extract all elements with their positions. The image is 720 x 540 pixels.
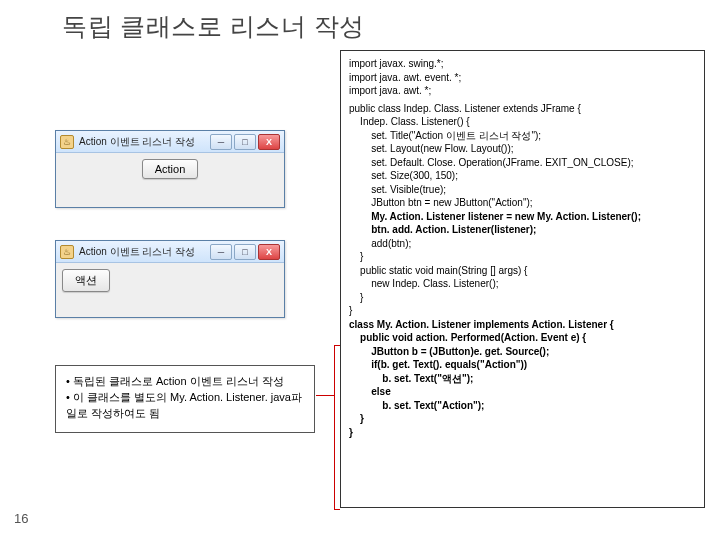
code-line: } <box>349 250 696 264</box>
code-line-highlight: class My. Action. Listener implements Ac… <box>349 318 696 332</box>
minimize-button[interactable]: ─ <box>210 134 232 150</box>
action-button[interactable]: Action <box>142 159 199 179</box>
callout-connector <box>316 395 334 396</box>
callout-brace <box>334 345 340 510</box>
code-line: Indep. Class. Listener() { <box>349 115 696 129</box>
close-button[interactable]: X <box>258 244 280 260</box>
window-body: Action <box>56 153 284 207</box>
desc-bullet: • 독립된 클래스로 Action 이벤트 리스너 작성 <box>66 374 304 390</box>
code-line: import java. awt. event. *; <box>349 71 696 85</box>
code-line-highlight: else <box>349 385 696 399</box>
code-line-highlight: if(b. get. Text(). equals("Action")) <box>349 358 696 372</box>
code-panel: import javax. swing.*; import java. awt.… <box>340 50 705 508</box>
code-line: public static void main(String [] args) … <box>349 264 696 278</box>
code-line: import javax. swing.*; <box>349 57 696 71</box>
code-line-highlight: } <box>349 426 696 440</box>
code-line: set. Size(300, 150); <box>349 169 696 183</box>
maximize-button[interactable]: □ <box>234 134 256 150</box>
window-body: 액션 <box>56 263 284 317</box>
code-line-highlight: b. set. Text("Action"); <box>349 399 696 413</box>
window-title: Action 이벤트 리스너 작성 <box>79 135 208 149</box>
window-titlebar: ♨ Action 이벤트 리스너 작성 ─ □ X <box>56 241 284 263</box>
code-line-highlight: } <box>349 412 696 426</box>
desc-bullet: • 이 클래스를 별도의 My. Action. Listener. java파 <box>66 390 304 406</box>
code-line: set. Visible(true); <box>349 183 696 197</box>
code-line: set. Layout(new Flow. Layout()); <box>349 142 696 156</box>
java-icon: ♨ <box>60 245 74 259</box>
code-line: add(btn); <box>349 237 696 251</box>
java-icon: ♨ <box>60 135 74 149</box>
window-title: Action 이벤트 리스너 작성 <box>79 245 208 259</box>
code-line: set. Title("Action 이벤트 리스너 작성"); <box>349 129 696 143</box>
page-number: 16 <box>14 511 28 526</box>
code-line: set. Default. Close. Operation(JFrame. E… <box>349 156 696 170</box>
example-window-2: ♨ Action 이벤트 리스너 작성 ─ □ X 액션 <box>55 240 285 318</box>
code-line-highlight: JButton b = (JButton)e. get. Source(); <box>349 345 696 359</box>
description-box: • 독립된 클래스로 Action 이벤트 리스너 작성 • 이 클래스를 별도… <box>55 365 315 433</box>
code-line: } <box>349 304 696 318</box>
code-line-highlight: My. Action. Listener listener = new My. … <box>349 210 696 224</box>
code-line: JButton btn = new JButton("Action"); <box>349 196 696 210</box>
code-line: new Indep. Class. Listener(); <box>349 277 696 291</box>
code-line: import java. awt. *; <box>349 84 696 98</box>
slide-title: 독립 클래스로 리스너 작성 <box>0 0 720 43</box>
code-line-highlight: btn. add. Action. Listener(listener); <box>349 223 696 237</box>
code-line: public class Indep. Class. Listener exte… <box>349 102 696 116</box>
minimize-button[interactable]: ─ <box>210 244 232 260</box>
example-window-1: ♨ Action 이벤트 리스너 작성 ─ □ X Action <box>55 130 285 208</box>
action-button[interactable]: 액션 <box>62 269 110 292</box>
maximize-button[interactable]: □ <box>234 244 256 260</box>
desc-bullet: 일로 작성하여도 됨 <box>66 406 304 422</box>
code-line-highlight: b. set. Text("액션"); <box>349 372 696 386</box>
window-titlebar: ♨ Action 이벤트 리스너 작성 ─ □ X <box>56 131 284 153</box>
close-button[interactable]: X <box>258 134 280 150</box>
code-line-highlight: public void action. Performed(Action. Ev… <box>349 331 696 345</box>
code-line: } <box>349 291 696 305</box>
